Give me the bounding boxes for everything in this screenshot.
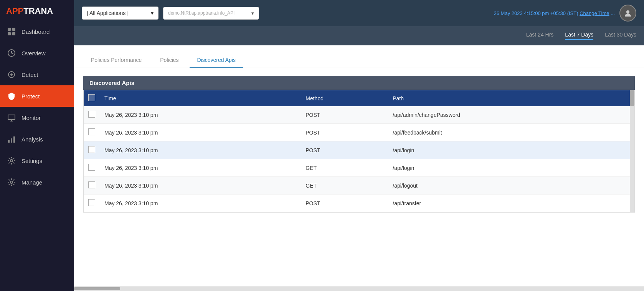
table-wrapper: Time Method Path May 26, 2023 3:10 pmPOS… bbox=[83, 90, 635, 213]
manage-icon bbox=[6, 177, 17, 188]
row-method: POST bbox=[301, 124, 388, 141]
row-checkbox[interactable] bbox=[88, 146, 95, 153]
sidebar-label-dashboard: Dashboard bbox=[21, 28, 50, 35]
row-checkbox-cell bbox=[84, 195, 100, 212]
row-checkbox[interactable] bbox=[88, 128, 95, 135]
content-area: Policies Performance Policies Discovered… bbox=[74, 45, 644, 286]
sidebar-item-monitor[interactable]: Monitor bbox=[0, 107, 74, 128]
user-avatar[interactable] bbox=[619, 5, 636, 22]
table-row[interactable]: May 26, 2023 3:10 pmPOST/api/admin/chang… bbox=[84, 106, 634, 124]
datetime-info: 26 May 2023 4:15:00 pm +05:30 (IST) Chan… bbox=[494, 10, 615, 16]
discovered-apis-table: Time Method Path May 26, 2023 3:10 pmPOS… bbox=[84, 90, 634, 212]
endpoint-chevron: ▾ bbox=[251, 10, 254, 16]
time-btn-30days[interactable]: Last 30 Days bbox=[605, 32, 636, 40]
svg-point-12 bbox=[10, 181, 13, 183]
sidebar-label-protect: Protect bbox=[21, 93, 40, 100]
detect-icon bbox=[6, 69, 17, 80]
row-checkbox[interactable] bbox=[88, 164, 95, 171]
row-path: /api/feedback/submit bbox=[388, 124, 634, 141]
app-selector-text: [ All Applications ] bbox=[87, 10, 129, 16]
datetime-dots: ... bbox=[611, 10, 615, 16]
table-row[interactable]: May 26, 2023 3:10 pmGET/api/logout bbox=[84, 177, 634, 195]
sidebar-item-overview[interactable]: Overview bbox=[0, 42, 74, 64]
sidebar-item-settings[interactable]: Settings bbox=[0, 150, 74, 171]
col-time: Time bbox=[100, 90, 301, 106]
sidebar-label-settings: Settings bbox=[21, 158, 42, 164]
sidebar-label-analysis: Analysis bbox=[21, 136, 43, 143]
time-btn-7days[interactable]: Last 7 Days bbox=[565, 32, 593, 40]
table-row[interactable]: May 26, 2023 3:10 pmPOST/api/transfer bbox=[84, 195, 634, 212]
tab-policies-performance[interactable]: Policies Performance bbox=[83, 53, 149, 68]
datetime-text: 26 May 2023 4:15:00 pm +05:30 (IST) Chan… bbox=[494, 10, 615, 16]
section-wrapper: Discovered Apis Time Method Path bbox=[74, 68, 644, 220]
logo-app: APP bbox=[6, 6, 23, 16]
table-body: May 26, 2023 3:10 pmPOST/api/admin/chang… bbox=[84, 106, 634, 212]
sidebar: APPTRANA Dashboard Overview bbox=[0, 0, 74, 291]
row-path: /api/login bbox=[388, 141, 634, 159]
tab-policies[interactable]: Policies bbox=[152, 53, 186, 68]
sidebar-item-detect[interactable]: Detect bbox=[0, 64, 74, 85]
row-method: GET bbox=[301, 159, 388, 177]
row-method: GET bbox=[301, 177, 388, 195]
header-checkbox[interactable] bbox=[88, 94, 95, 101]
dashboard-icon bbox=[6, 26, 17, 37]
sidebar-item-analysis[interactable]: Analysis bbox=[0, 128, 74, 150]
row-time: May 26, 2023 3:10 pm bbox=[100, 159, 301, 177]
table-row[interactable]: May 26, 2023 3:10 pmPOST/api/login bbox=[84, 141, 634, 159]
row-path: /api/admin/changePassword bbox=[388, 106, 634, 124]
row-checkbox[interactable] bbox=[88, 199, 95, 206]
row-checkbox-cell bbox=[84, 159, 100, 177]
table-row[interactable]: May 26, 2023 3:10 pmPOST/api/feedback/su… bbox=[84, 124, 634, 141]
svg-rect-2 bbox=[8, 32, 11, 35]
horizontal-scrollbar[interactable] bbox=[74, 286, 644, 291]
time-range-bar: Last 24 Hrs Last 7 Days Last 30 Days bbox=[74, 26, 644, 45]
row-checkbox[interactable] bbox=[88, 181, 95, 188]
sidebar-item-dashboard[interactable]: Dashboard bbox=[0, 21, 74, 42]
sidebar-label-overview: Overview bbox=[21, 50, 46, 57]
time-btn-24hrs[interactable]: Last 24 Hrs bbox=[526, 32, 554, 40]
svg-rect-7 bbox=[8, 115, 15, 120]
protect-icon bbox=[6, 91, 17, 101]
app-selector[interactable]: [ All Applications ] ▾ bbox=[82, 7, 159, 20]
vertical-scrollbar[interactable] bbox=[630, 90, 634, 212]
row-checkbox-cell bbox=[84, 177, 100, 195]
scrollbar-track bbox=[74, 287, 644, 290]
main-content: [ All Applications ] ▾ demo.NtRf.ap.appt… bbox=[74, 0, 644, 291]
row-method: POST bbox=[301, 195, 388, 212]
sidebar-item-manage[interactable]: Manage bbox=[0, 171, 74, 193]
section-title: Discovered Apis bbox=[89, 80, 134, 86]
endpoint-text: demo.NtRf.ap.apptrana.info_API bbox=[168, 10, 234, 16]
app-selector-chevron: ▾ bbox=[151, 10, 154, 16]
sidebar-label-detect: Detect bbox=[21, 72, 38, 78]
row-time: May 26, 2023 3:10 pm bbox=[100, 124, 301, 141]
sidebar-nav: Dashboard Overview Detect bbox=[0, 21, 74, 291]
col-path: Path bbox=[388, 90, 634, 106]
row-time: May 26, 2023 3:10 pm bbox=[100, 106, 301, 124]
datetime-value: 26 May 2023 4:15:00 pm +05:30 (IST) bbox=[494, 10, 578, 16]
settings-icon bbox=[6, 155, 17, 166]
sidebar-label-monitor: Monitor bbox=[21, 115, 41, 121]
col-checkbox bbox=[84, 90, 100, 106]
row-checkbox-cell bbox=[84, 141, 100, 159]
row-time: May 26, 2023 3:10 pm bbox=[100, 141, 301, 159]
svg-rect-10 bbox=[13, 136, 15, 143]
tabs: Policies Performance Policies Discovered… bbox=[83, 53, 635, 68]
sidebar-item-protect[interactable]: Protect bbox=[0, 85, 74, 107]
table-row[interactable]: May 26, 2023 3:10 pmGET/api/login bbox=[84, 159, 634, 177]
svg-rect-0 bbox=[8, 28, 11, 31]
row-checkbox[interactable] bbox=[88, 111, 95, 118]
endpoint-selector[interactable]: demo.NtRf.ap.apptrana.info_API ▾ bbox=[163, 7, 259, 20]
row-time: May 26, 2023 3:10 pm bbox=[100, 195, 301, 212]
tab-discovered-apis[interactable]: Discovered Apis bbox=[190, 53, 243, 68]
scrollbar-thumb bbox=[630, 90, 634, 106]
svg-rect-1 bbox=[12, 28, 15, 31]
analysis-icon bbox=[6, 134, 17, 145]
row-path: /api/login bbox=[388, 159, 634, 177]
row-method: POST bbox=[301, 106, 388, 124]
overview-icon bbox=[6, 48, 17, 58]
svg-point-11 bbox=[10, 160, 13, 162]
row-checkbox-cell bbox=[84, 124, 100, 141]
change-time-link[interactable]: Change Time bbox=[580, 10, 609, 16]
top-header: [ All Applications ] ▾ demo.NtRf.ap.appt… bbox=[74, 0, 644, 26]
row-method: POST bbox=[301, 141, 388, 159]
